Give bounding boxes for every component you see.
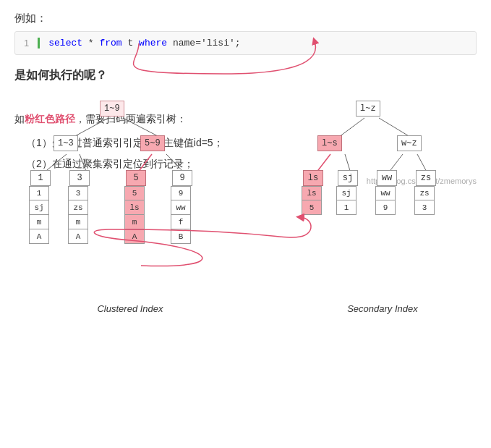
leaf-cell: f: [171, 215, 191, 229]
clustered-data-col-3: 5 ls m A: [124, 186, 145, 244]
keyword-select: select: [48, 38, 82, 48]
leaf-cell: sj: [29, 200, 49, 215]
leaf-cell-pink: m: [124, 215, 145, 229]
section-title: 是如何执行的呢？: [14, 68, 477, 83]
code-text: select * from t where name='lisi';: [48, 38, 240, 48]
leaf-cell: m: [68, 215, 88, 229]
secondary-leaf-zs: zs: [416, 170, 436, 186]
secondary-data-ls: ls 5: [302, 186, 322, 215]
cross-svg: [14, 96, 491, 103]
secondary-leaf-sj: sj: [338, 170, 358, 186]
secondary-leaf-ww: ww: [377, 170, 397, 186]
leaf-cell: A: [68, 229, 88, 244]
clustered-l1-right: 5~9: [140, 135, 165, 151]
leaf-cell: 1: [336, 200, 356, 215]
svg-line-1: [123, 118, 159, 137]
leaf-cell: m: [29, 215, 49, 229]
clustered-leaf-5: 5: [126, 170, 146, 186]
clustered-leaf-3: 3: [69, 170, 90, 186]
svg-line-8: [339, 118, 364, 137]
leaf-cell: B: [171, 229, 191, 244]
clustered-data-col-2: 3 zs m A: [68, 186, 88, 244]
leaf-cell: zs: [68, 200, 88, 215]
cross-arrow-overlay: [14, 96, 477, 103]
clustered-l1-left: 1~3: [54, 135, 78, 151]
clustered-data-col-4: 9 ww f B: [171, 186, 191, 244]
leaf-cell: sj: [336, 186, 356, 200]
code-block: 1 select * from t where name='lisi';: [14, 31, 477, 55]
clustered-tree: 1~9 1~3 5~9 1 3 5 9 1 sj m A 3 zs m A: [22, 95, 231, 297]
secondary-tree: l~z l~s w~z ls sj ww zs ls 5 sj 1 ww: [296, 95, 455, 297]
clustered-leaf-1: 1: [30, 170, 51, 186]
secondary-leaf-ls: ls: [303, 170, 323, 186]
clustered-data-col-1: 1 sj m A: [29, 186, 49, 244]
secondary-l1-wz: w~z: [397, 135, 422, 151]
secondary-root-node: l~z: [356, 101, 380, 117]
secondary-data-zs: zs 3: [414, 186, 435, 215]
clustered-root-node: 1~9: [100, 101, 124, 117]
leaf-cell-pink: 5: [124, 186, 145, 200]
leaf-cell: 9: [375, 200, 396, 215]
leaf-cell-pink: A: [124, 229, 145, 244]
leaf-cell: 1: [29, 186, 49, 200]
svg-line-9: [379, 118, 410, 137]
secondary-index-container: l~z l~s w~z ls sj ww zs ls 5 sj 1 ww: [296, 95, 469, 314]
leaf-cell: zs: [414, 186, 435, 200]
leaf-cell: 9: [171, 186, 191, 200]
leaf-cell-pink: ls: [124, 200, 145, 215]
leaf-cell: 3: [414, 200, 435, 215]
clustered-index-container: 1~9 1~3 5~9 1 3 5 9 1 sj m A 3 zs m A: [22, 95, 239, 314]
secondary-data-ww: ww 9: [375, 186, 396, 215]
clustered-leaf-9: 9: [172, 170, 192, 186]
svg-line-0: [74, 118, 108, 137]
secondary-index-label: Secondary Index: [296, 303, 469, 314]
leaf-cell: ww: [375, 186, 396, 200]
leaf-cell: A: [29, 229, 49, 244]
code-table: t: [128, 38, 140, 48]
leaf-cell-pink: ls: [302, 186, 322, 200]
clustered-index-label: Clustered Index: [22, 303, 239, 314]
code-condition: name='lisi';: [173, 38, 241, 48]
leaf-cell: 3: [68, 186, 88, 200]
line-number: 1: [15, 38, 40, 48]
leaf-cell-pink: 5: [302, 200, 322, 215]
leaf-cell: ww: [171, 200, 191, 215]
example-label: 例如：: [14, 12, 477, 25]
code-star: *: [88, 38, 100, 48]
secondary-data-sj: sj 1: [336, 186, 356, 215]
keyword-where: where: [139, 38, 167, 48]
keyword-from: from: [99, 38, 121, 48]
secondary-l1-ls: l~s: [317, 135, 342, 151]
